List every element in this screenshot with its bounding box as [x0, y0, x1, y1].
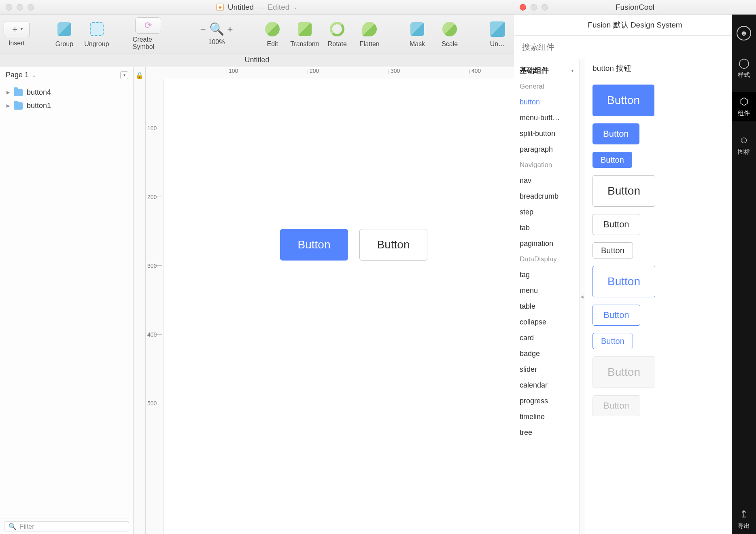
window-title[interactable]: ◆ Untitled — Edited ⌄	[217, 3, 298, 12]
layer-item[interactable]: ▶button1	[0, 99, 133, 112]
vtab-style[interactable]: ◯ 样式	[732, 53, 756, 83]
preview-button[interactable]: Button	[592, 305, 640, 326]
insert-label: Insert	[8, 40, 25, 47]
preview-button[interactable]: Button	[592, 152, 632, 168]
layer-name: button1	[27, 102, 51, 110]
canvas-button-primary[interactable]: Button	[280, 229, 348, 261]
doc-icon: ◆	[217, 4, 224, 11]
layers-sidebar: Page 1 ⌄ ▾ ▶button4▶button1 🔍 Filter	[0, 67, 134, 534]
disclosure-icon: ▶	[6, 90, 10, 95]
doc-edited: — Edited	[258, 3, 289, 12]
mask-tool[interactable]: Mask	[406, 20, 429, 48]
maximize-dot[interactable]	[28, 4, 34, 11]
category-group: Navigation	[514, 158, 579, 172]
vtab-logo[interactable]: ☻	[732, 22, 756, 44]
mask-label: Mask	[410, 40, 425, 48]
close-dot[interactable]	[520, 4, 526, 11]
vtab-export[interactable]: ↥ 导出	[732, 504, 756, 534]
preview-button[interactable]: Button	[592, 266, 655, 297]
component-preview: button 按钮 ButtonButtonButtonButtonButton…	[584, 59, 756, 534]
fusioncool-title: FusionCool	[616, 3, 654, 12]
minimize-dot[interactable]	[531, 4, 537, 11]
category-item-splitbutton[interactable]: split-button	[514, 126, 579, 141]
category-item-breadcrumb[interactable]: breadcrumb	[514, 189, 579, 204]
transform-icon	[296, 20, 314, 38]
category-group: General	[514, 79, 579, 94]
scale-tool[interactable]: Scale	[438, 20, 461, 48]
transform-tool[interactable]: Transform	[293, 20, 316, 48]
minimize-dot[interactable]	[17, 4, 23, 11]
ungroup-tool[interactable]: Ungroup	[85, 20, 108, 48]
rotate-icon	[328, 20, 346, 38]
zoom-in-icon[interactable]: +	[227, 23, 233, 35]
canvas-button-secondary[interactable]: Button	[359, 229, 427, 261]
edit-tool[interactable]: Edit	[261, 20, 284, 48]
lock-icon[interactable]: 🔒	[136, 67, 144, 83]
design-system-name[interactable]: Fusion 默认 Design System	[514, 15, 756, 36]
layer-item[interactable]: ▶button4	[0, 86, 133, 99]
vertical-tabs: ☻ ◯ 样式 ⬡ 组件 ☺ 图标 ↥ 导出	[732, 15, 756, 534]
doc-tab-label: Untitled	[244, 56, 269, 64]
magnifier-icon: 🔍	[209, 22, 224, 36]
category-item-card[interactable]: card	[514, 331, 579, 345]
category-item-tab[interactable]: tab	[514, 220, 579, 235]
dropdown-icon[interactable]: ▾	[120, 71, 128, 79]
folder-icon	[14, 89, 23, 96]
canvas[interactable]: Button Button	[164, 79, 514, 534]
category-item-badge[interactable]: badge	[514, 346, 579, 361]
category-header[interactable]: 基础组件 ▾	[514, 62, 579, 78]
page-selector[interactable]: Page 1 ⌄ ▾	[0, 67, 133, 83]
zoom-tool[interactable]: − 🔍 + 100%	[205, 22, 228, 46]
category-item-collapse[interactable]: collapse	[514, 315, 579, 330]
rotate-label: Rotate	[328, 40, 347, 48]
category-item-step[interactable]: step	[514, 205, 579, 220]
flatten-icon	[361, 20, 378, 38]
category-item-table[interactable]: table	[514, 299, 579, 314]
preview-button[interactable]: Button	[592, 395, 640, 416]
category-item-calendar[interactable]: calendar	[514, 378, 579, 393]
monkey-icon: ☻	[737, 26, 751, 40]
preview-button[interactable]: Button	[592, 356, 655, 388]
filter-input[interactable]: 🔍 Filter	[4, 521, 129, 532]
sketch-titlebar: ◆ Untitled — Edited ⌄	[0, 0, 514, 15]
category-item-nav[interactable]: nav	[514, 173, 579, 188]
union-tool[interactable]: Un…	[486, 20, 509, 48]
preview-button[interactable]: Button	[592, 242, 633, 259]
vertical-ruler: 100200300400500	[146, 79, 164, 534]
vtab-icon[interactable]: ☺ 图标	[732, 130, 756, 160]
close-dot[interactable]	[6, 4, 12, 11]
rotate-tool[interactable]: Rotate	[325, 20, 349, 48]
filter-placeholder: Filter	[20, 523, 34, 530]
preview-button[interactable]: Button	[592, 333, 633, 349]
search-input[interactable]	[522, 42, 738, 52]
category-item-tree[interactable]: tree	[514, 425, 579, 440]
flatten-tool[interactable]: Flatten	[358, 20, 381, 48]
collapse-handle[interactable]: ◀	[580, 59, 584, 534]
category-item-slider[interactable]: slider	[514, 362, 579, 377]
category-item-progress[interactable]: progress	[514, 394, 579, 409]
category-item-timeline[interactable]: timeline	[514, 409, 579, 424]
category-item-button[interactable]: button	[514, 95, 579, 110]
preview-button[interactable]: Button	[592, 123, 639, 144]
preview-button[interactable]: Button	[592, 214, 640, 235]
doc-tab[interactable]: Untitled	[0, 53, 514, 67]
canvas-button-secondary-label: Button	[377, 238, 410, 251]
vtab-component[interactable]: ⬡ 组件	[732, 92, 756, 121]
insert-tool[interactable]: ＋▾ Insert	[5, 21, 28, 47]
group-tool[interactable]: Group	[53, 20, 76, 48]
fusioncool-titlebar: FusionCool	[514, 0, 756, 15]
zoom-out-icon[interactable]: −	[200, 23, 206, 35]
ungroup-icon	[88, 20, 106, 38]
category-item-menubutt[interactable]: menu-butt…	[514, 110, 579, 125]
component-search[interactable]: 🔍	[514, 36, 756, 59]
category-group: DataDisplay	[514, 252, 579, 267]
category-item-menu[interactable]: menu	[514, 283, 579, 298]
category-item-paragraph[interactable]: paragraph	[514, 142, 579, 157]
category-item-pagination[interactable]: pagination	[514, 236, 579, 251]
preview-button[interactable]: Button	[592, 175, 655, 207]
create-symbol-tool[interactable]: ⟳ Create Symbol	[133, 17, 164, 51]
preview-button[interactable]: Button	[592, 85, 654, 116]
maximize-dot[interactable]	[542, 4, 548, 11]
create-symbol-label: Create Symbol	[133, 36, 164, 51]
category-item-tag[interactable]: tag	[514, 267, 579, 282]
